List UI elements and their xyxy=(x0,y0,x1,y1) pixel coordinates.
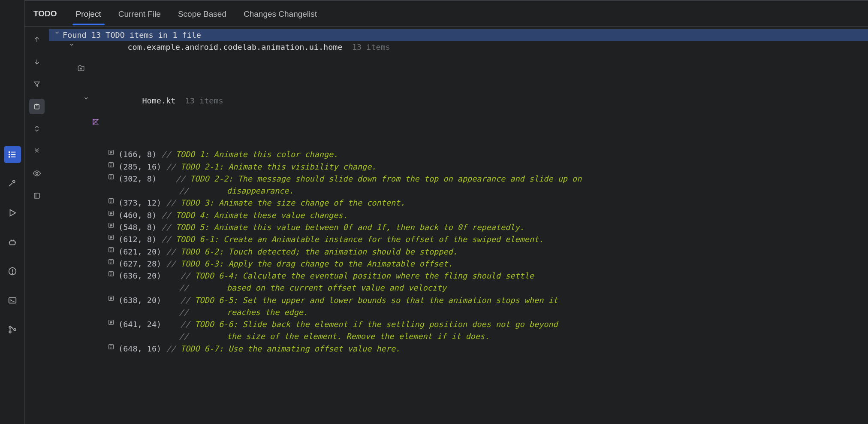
code-line-icon xyxy=(106,258,116,265)
todo-text: TODO 6-3: Apply the drag change to the A… xyxy=(181,258,453,270)
todo-item-continuation[interactable]: // disappearance. xyxy=(49,185,868,197)
svg-point-10 xyxy=(12,273,12,273)
svg-point-5 xyxy=(9,156,9,157)
todo-text: TODO 4: Animate these value changes. xyxy=(176,210,348,221)
todo-item-row[interactable]: (548, 8) // TODO 5: Animate this value b… xyxy=(49,221,868,233)
todo-location: (166, 8) xyxy=(118,149,157,160)
comment-slashes: // xyxy=(166,319,195,330)
package-icon xyxy=(77,42,125,94)
todo-text: TODO 6-2: Touch detected; the animation … xyxy=(181,246,458,257)
todo-text: TODO 5: Animate this value between 0f an… xyxy=(176,222,524,233)
todo-item-row[interactable]: (621, 20) // TODO 6-2: Touch detected; t… xyxy=(49,246,868,258)
terminal-tool-window-button[interactable] xyxy=(4,292,21,309)
todo-location: (612, 8) xyxy=(118,234,157,245)
file-count: 13 items xyxy=(185,95,223,106)
comment-slashes: // xyxy=(161,234,175,245)
todo-item-row[interactable]: (460, 8) // TODO 4: Animate these value … xyxy=(49,209,868,221)
code-line-icon xyxy=(106,161,116,168)
panel-title: TODO xyxy=(30,9,60,18)
problems-tool-window-button[interactable] xyxy=(4,263,21,280)
todo-item-continuation[interactable]: // based on the current offset value and… xyxy=(49,282,868,294)
filter-button[interactable] xyxy=(29,76,45,92)
svg-point-19 xyxy=(81,68,82,69)
prev-todo-button[interactable] xyxy=(29,32,45,47)
chevron-down-icon[interactable] xyxy=(53,30,61,36)
comment-slashes: // xyxy=(165,331,227,342)
comment-slashes: // xyxy=(166,246,180,257)
comment-slashes: // xyxy=(161,210,175,221)
comment-slashes: // xyxy=(161,149,175,160)
todo-item-row[interactable]: (641, 24) // TODO 6-6: Slide back the el… xyxy=(49,318,868,330)
code-line-icon xyxy=(106,234,116,241)
next-todo-button[interactable] xyxy=(29,54,45,70)
summary-row[interactable]: Found 13 TODO items in 1 file xyxy=(49,29,868,41)
todo-text: the size of the element. Remove the elem… xyxy=(227,331,490,342)
todo-item-continuation[interactable]: // reaches the edge. xyxy=(49,306,868,318)
autoscroll-to-source-button[interactable] xyxy=(29,99,45,114)
code-line-icon xyxy=(106,173,116,180)
preview-button[interactable] xyxy=(29,166,45,181)
tab-scope-based[interactable]: Scope Based xyxy=(176,3,228,25)
todo-location: (621, 20) xyxy=(118,246,161,257)
file-row[interactable]: Home.kt 13 items xyxy=(49,95,868,148)
chevron-down-icon[interactable] xyxy=(82,95,90,101)
todo-location: (627, 28) xyxy=(118,258,161,270)
svg-rect-11 xyxy=(9,298,16,303)
comment-slashes: // xyxy=(161,173,190,185)
todo-item-row[interactable]: (285, 16) // TODO 2-1: Animate this visi… xyxy=(49,161,868,173)
todo-text: TODO 6-7: Use the animating offset value… xyxy=(181,343,400,354)
todo-tree[interactable]: Found 13 TODO items in 1 file com.exampl… xyxy=(49,27,868,424)
build-tool-window-button[interactable] xyxy=(4,175,21,192)
comment-slashes: // xyxy=(166,197,180,209)
package-name: com.example.android.codelab.animation.ui… xyxy=(127,42,342,53)
logcat-tool-window-button[interactable] xyxy=(4,233,21,251)
todo-item-row[interactable]: (612, 8) // TODO 6-1: Create an Animatab… xyxy=(49,233,868,245)
todo-item-row[interactable]: (627, 28) // TODO 6-3: Apply the drag ch… xyxy=(49,258,868,270)
todo-item-row[interactable]: (302, 8) // TODO 2-2: The message should… xyxy=(49,173,868,185)
code-line-icon xyxy=(106,295,116,302)
expand-collapse-button[interactable] xyxy=(29,121,45,136)
todo-text: reaches the edge. xyxy=(227,307,308,318)
vcs-tool-window-button[interactable] xyxy=(4,321,21,338)
todo-text: based on the current offset value and ve… xyxy=(227,282,446,294)
svg-point-12 xyxy=(9,326,11,328)
todo-location: (636, 20) xyxy=(118,270,161,282)
todo-location: (548, 8) xyxy=(118,222,157,233)
group-by-button[interactable] xyxy=(29,143,45,159)
code-line-icon xyxy=(106,343,116,350)
todo-item-row[interactable]: (166, 8) // TODO 1: Animate this color c… xyxy=(49,148,868,161)
settings-button[interactable] xyxy=(29,188,45,203)
package-row[interactable]: com.example.android.codelab.animation.ui… xyxy=(49,41,868,95)
todo-text: TODO 2-1: Animate this visibility change… xyxy=(181,161,377,173)
todo-text: TODO 6-4: Calculate the eventual positio… xyxy=(195,270,534,282)
svg-point-13 xyxy=(9,331,11,333)
summary-text: Found 13 TODO items in 1 file xyxy=(63,30,201,41)
comment-slashes: // xyxy=(166,258,180,270)
run-tool-window-button[interactable] xyxy=(4,204,21,221)
comment-slashes: // xyxy=(166,161,180,173)
todo-item-continuation[interactable]: // the size of the element. Remove the e… xyxy=(49,330,868,342)
todo-tool-window-button[interactable] xyxy=(4,146,21,163)
svg-point-3 xyxy=(9,151,9,152)
todo-text: TODO 6-5: Set the upper and lower bounds… xyxy=(195,295,558,306)
todo-location: (460, 8) xyxy=(118,210,157,221)
todo-item-row[interactable]: (648, 16) // TODO 6-7: Use the animating… xyxy=(49,343,868,355)
tab-changes-changelist[interactable]: Changes Changelist xyxy=(242,3,319,25)
todo-text: TODO 6-6: Slide back the element if the … xyxy=(195,319,558,330)
svg-rect-17 xyxy=(34,193,39,198)
todo-text: TODO 2-2: The message should slide down … xyxy=(190,173,582,185)
tab-current-file[interactable]: Current File xyxy=(117,3,163,25)
todo-side-toolbar xyxy=(25,27,49,424)
todo-item-row[interactable]: (636, 20) // TODO 6-4: Calculate the eve… xyxy=(49,270,868,282)
comment-slashes: // xyxy=(165,307,227,318)
chevron-down-icon[interactable] xyxy=(68,42,75,48)
todo-location: (285, 16) xyxy=(118,161,161,173)
todo-item-row[interactable]: (373, 12) // TODO 3: Animate the size ch… xyxy=(49,197,868,209)
todo-text: disappearance. xyxy=(227,185,294,197)
left-tool-rail xyxy=(0,0,25,424)
code-line-icon xyxy=(106,197,116,204)
file-name: Home.kt xyxy=(142,95,175,106)
tab-project[interactable]: Project xyxy=(74,3,103,25)
package-count: 13 items xyxy=(352,42,390,53)
todo-item-row[interactable]: (638, 20) // TODO 6-5: Set the upper and… xyxy=(49,294,868,306)
